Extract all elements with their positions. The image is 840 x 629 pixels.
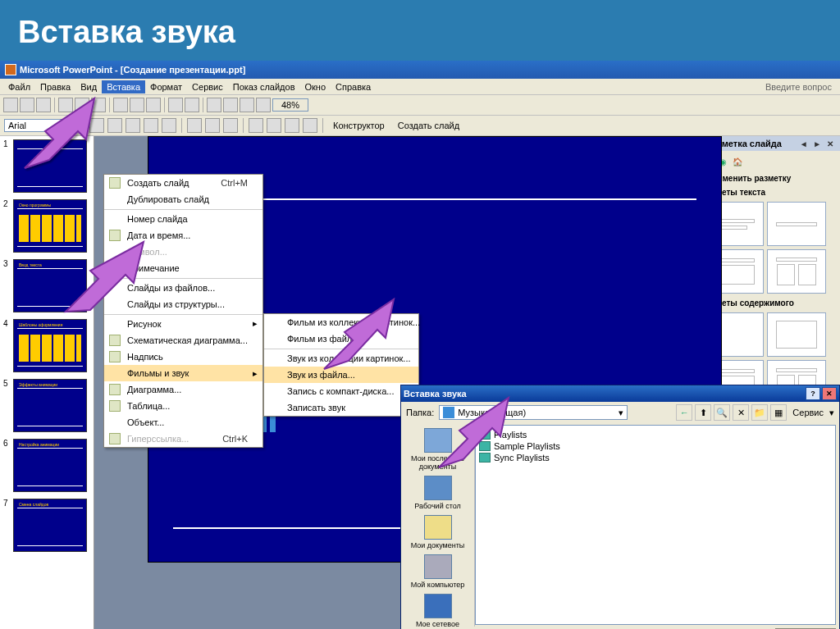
shadow-icon[interactable]	[162, 118, 176, 133]
new-folder-icon[interactable]: 📁	[751, 404, 768, 421]
menu-item[interactable]: Слайды из структуры...	[104, 296, 262, 312]
bold-icon[interactable]	[107, 118, 122, 133]
thumb-5[interactable]: 5Эффекты анимации	[3, 379, 90, 432]
layout-two-col[interactable]	[767, 249, 826, 294]
thumb-3[interactable]: 3Ввод текста	[3, 259, 90, 312]
preview-icon[interactable]	[75, 98, 89, 112]
chart-icon[interactable]	[207, 98, 221, 112]
delete-icon[interactable]: ✕	[733, 404, 749, 421]
menu-item[interactable]: Гиперссылка...Ctrl+K	[104, 431, 262, 447]
taskpane-nav-icons[interactable]: ◄ ► ✕	[800, 139, 835, 148]
file-list[interactable]: Playlists Sample Playlists Sync Playlist…	[475, 425, 836, 625]
menu-item[interactable]: Слайды из файлов...	[104, 278, 262, 296]
menu-item[interactable]: Таблица...	[104, 398, 262, 414]
movies-sounds-submenu[interactable]: Фильм из коллекции картинок...Фильм из ф…	[263, 313, 419, 417]
submenu-item[interactable]: Фильм из коллекции картинок...	[264, 314, 418, 330]
place-mydocs[interactable]: Мои документы	[405, 513, 471, 551]
menu-item[interactable]: Рисунок▸	[104, 314, 262, 332]
dialog-toolbar[interactable]: Папка: Музыка (общая) ▾ ← ⬆ 🔍 ✕ 📁 ▦ Серв…	[401, 402, 839, 423]
places-bar[interactable]: Мои последние документы Рабочий стол Мои…	[401, 423, 475, 627]
menu-item[interactable]: Схематическая диаграмма...	[104, 332, 262, 349]
zoom-combo[interactable]: 48%	[272, 98, 308, 112]
font-name-combo[interactable]: Arial	[4, 119, 86, 132]
menu-item[interactable]: Диаграмма...	[104, 381, 262, 398]
layout-content[interactable]	[767, 312, 826, 357]
back-icon[interactable]: ←	[676, 404, 692, 421]
submenu-item[interactable]: Записать звук	[264, 399, 418, 416]
new-icon[interactable]	[3, 98, 18, 112]
insert-menu-dropdown[interactable]: Создать слайдCtrl+MДублировать слайдНоме…	[103, 174, 263, 448]
submenu-item[interactable]: Фильм из файла...	[264, 330, 418, 347]
thumb-4[interactable]: 4Шаблоны оформления	[3, 319, 90, 372]
new-slide-button[interactable]: Создать слайд	[393, 118, 464, 133]
grid-icon[interactable]	[256, 98, 271, 112]
list-item[interactable]: Sample Playlists	[479, 440, 832, 452]
submenu-item[interactable]: Звук из коллекции картинок...	[264, 349, 418, 367]
taskpane-toolbar[interactable]: ◉ ◉ 🏠	[701, 151, 840, 171]
menu-item[interactable]: Объект...	[104, 414, 262, 431]
menu-bar[interactable]: Файл Правка Вид Вставка Формат Сервис По…	[0, 79, 840, 95]
underline-icon[interactable]	[144, 118, 158, 133]
menu-edit[interactable]: Правка	[35, 80, 75, 93]
menu-format[interactable]: Формат	[145, 80, 187, 93]
list-item[interactable]: Sync Playlists	[479, 452, 832, 463]
font-size-icon[interactable]	[89, 118, 104, 133]
table-icon[interactable]	[223, 98, 238, 112]
formatting-toolbar[interactable]: Arial Конструктор Создать слайд	[0, 116, 840, 136]
slide-thumbnails[interactable]: 1 2Окно программы 3Ввод текста 4Шаблоны …	[0, 136, 94, 629]
redo-icon[interactable]	[185, 98, 199, 112]
place-network[interactable]: Мое сетевое окружение	[405, 592, 471, 629]
menu-item[interactable]: Надпись	[104, 349, 262, 365]
font-color-icon[interactable]	[303, 118, 317, 133]
menu-tools[interactable]: Сервис	[187, 80, 228, 93]
folder-combo[interactable]: Музыка (общая) ▾	[439, 405, 628, 420]
submenu-item[interactable]: Запись с компакт-диска...	[264, 383, 418, 399]
menu-item[interactable]: Примечание	[104, 260, 262, 276]
cut-icon[interactable]	[113, 98, 128, 112]
spellcheck-icon[interactable]	[91, 98, 106, 112]
open-icon[interactable]	[20, 98, 34, 112]
menu-help[interactable]: Справка	[331, 80, 376, 93]
search-icon[interactable]: 🔍	[714, 404, 730, 421]
thumb-2[interactable]: 2Окно программы	[3, 199, 90, 253]
layout-title-only[interactable]	[767, 202, 826, 246]
standard-toolbar[interactable]: 48%	[0, 95, 840, 116]
thumb-1[interactable]: 1	[3, 139, 90, 193]
design-button[interactable]: Конструктор	[328, 118, 390, 133]
place-recent[interactable]: Мои последние документы	[405, 426, 471, 472]
place-desktop[interactable]: Рабочий стол	[405, 474, 471, 512]
thumb-6[interactable]: 6Настройка анимации	[3, 439, 90, 492]
menu-item[interactable]: Номер слайда	[104, 209, 262, 227]
increase-font-icon[interactable]	[267, 118, 281, 133]
italic-icon[interactable]	[126, 118, 140, 133]
menu-view[interactable]: Вид	[75, 80, 102, 93]
align-left-icon[interactable]	[187, 118, 202, 133]
menu-insert[interactable]: Вставка	[102, 80, 145, 93]
menu-item[interactable]: Создать слайдCtrl+M	[104, 175, 262, 191]
service-menu[interactable]: Сервис	[789, 408, 827, 417]
up-icon[interactable]: ⬆	[695, 404, 711, 421]
menu-item[interactable]: Символ...	[104, 244, 262, 260]
menu-item[interactable]: Дублировать слайд	[104, 191, 262, 207]
bullets-icon[interactable]	[249, 118, 263, 133]
list-item[interactable]: Playlists	[479, 429, 832, 440]
views-icon[interactable]: ▦	[770, 404, 787, 421]
menu-item[interactable]: Фильмы и звук▸	[104, 365, 262, 381]
submenu-item[interactable]: Звук из файла...	[264, 367, 418, 383]
dialog-close-button[interactable]: ✕	[822, 387, 837, 400]
dialog-tool-buttons[interactable]: ← ⬆ 🔍 ✕ 📁 ▦ Сервис▾	[676, 404, 834, 421]
align-right-icon[interactable]	[223, 118, 238, 133]
dialog-help-button[interactable]: ?	[806, 387, 820, 400]
dropdown-arrow-icon[interactable]: ▾	[619, 408, 623, 418]
decrease-font-icon[interactable]	[285, 118, 299, 133]
menu-window[interactable]: Окно	[300, 80, 331, 93]
menu-slideshow[interactable]: Показ слайдов	[228, 80, 300, 93]
menu-item[interactable]: Дата и время...	[104, 227, 262, 244]
undo-icon[interactable]	[168, 98, 183, 112]
thumb-7[interactable]: 7Смена слайдов	[3, 499, 90, 552]
save-icon[interactable]	[36, 98, 51, 112]
insert-sound-dialog[interactable]: Вставка звука ? ✕ Папка: Музыка (общая) …	[400, 385, 840, 629]
hyperlink-icon[interactable]	[240, 98, 254, 112]
dialog-titlebar[interactable]: Вставка звука ? ✕	[401, 385, 839, 402]
ask-a-question[interactable]: Введите вопрос	[760, 80, 837, 93]
